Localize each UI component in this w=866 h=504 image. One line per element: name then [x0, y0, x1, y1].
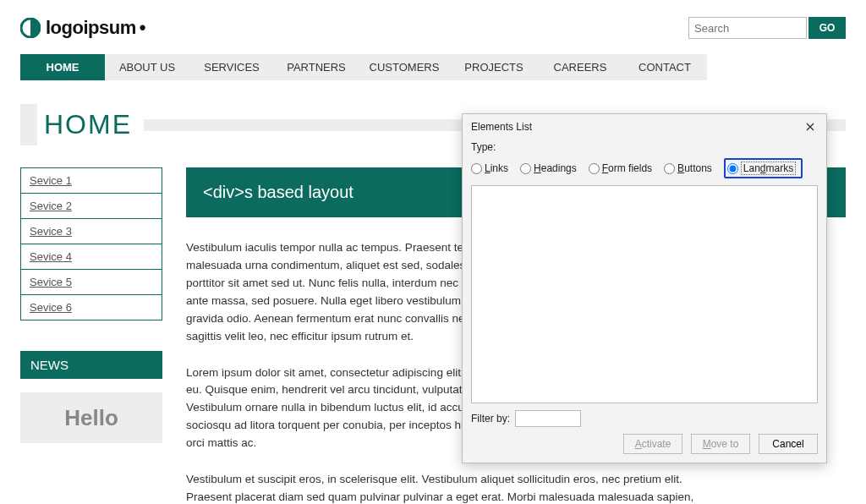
brand-dot: • [140, 17, 146, 39]
nav-careers[interactable]: CAREERS [538, 54, 622, 80]
brand-name: logoipsum [46, 17, 136, 39]
radio-links[interactable]: Links [471, 162, 508, 174]
news-heading: NEWS [20, 351, 162, 379]
services-list: Sevice 1 Sevice 2 Sevice 3 Sevice 4 Sevi… [20, 167, 162, 320]
logo-mark-icon [20, 18, 41, 38]
radio-headings[interactable]: Headings [520, 162, 577, 174]
nav-home[interactable]: HOME [20, 54, 105, 80]
sidebar-item-service-4[interactable]: Sevice 4 [21, 244, 162, 270]
nav-customers[interactable]: CUSTOMERS [359, 54, 450, 80]
dialog-type-label: Type: [471, 141, 818, 153]
search-input[interactable] [688, 17, 807, 39]
page-title: HOME [37, 104, 144, 145]
dialog-results-list[interactable] [471, 185, 818, 403]
activate-button[interactable]: Activate [623, 434, 682, 454]
sidebar-item-service-2[interactable]: Sevice 2 [21, 194, 162, 219]
cancel-button[interactable]: Cancel [759, 434, 818, 454]
main-nav: HOME ABOUT US SERVICES PARTNERS CUSTOMER… [20, 54, 707, 80]
search-go-button[interactable]: GO [808, 17, 846, 39]
radio-landmarks[interactable]: Landmarks [727, 162, 796, 175]
nav-contact[interactable]: CONTACT [622, 54, 707, 80]
radio-landmarks-highlight: Landmarks [724, 158, 803, 178]
nav-services[interactable]: SERVICES [189, 54, 274, 80]
radio-form-fields[interactable]: Form fields [589, 162, 652, 174]
dialog-title: Elements List [471, 121, 532, 133]
sidebar-item-service-6[interactable]: Sevice 6 [21, 295, 162, 320]
search-form: GO [688, 17, 846, 39]
brand-logo: logoipsum• [20, 17, 145, 39]
nav-about-us[interactable]: ABOUT US [105, 54, 189, 80]
close-icon [806, 123, 814, 131]
sidebar-item-service-1[interactable]: Sevice 1 [21, 168, 162, 194]
elements-list-dialog: Elements List Type: Links Headings Form … [462, 113, 827, 463]
radio-buttons[interactable]: Buttons [664, 162, 712, 174]
news-block: Hello [20, 392, 162, 443]
news-hello-text: Hello [64, 405, 118, 431]
nav-partners[interactable]: PARTNERS [274, 54, 359, 80]
sidebar-item-service-5[interactable]: Sevice 5 [21, 270, 162, 295]
nav-projects[interactable]: PROJECTS [450, 54, 538, 80]
move-to-button[interactable]: Move to [691, 434, 750, 454]
filter-label: Filter by: [471, 413, 510, 425]
filter-input[interactable] [515, 410, 581, 427]
content-paragraph-3: Vestibulum et suscipit eros, in sceleris… [186, 471, 710, 504]
sidebar-item-service-3[interactable]: Sevice 3 [21, 219, 162, 244]
dialog-type-radios: Links Headings Form fields Buttons Landm… [471, 156, 818, 185]
dialog-close-button[interactable] [803, 119, 818, 134]
